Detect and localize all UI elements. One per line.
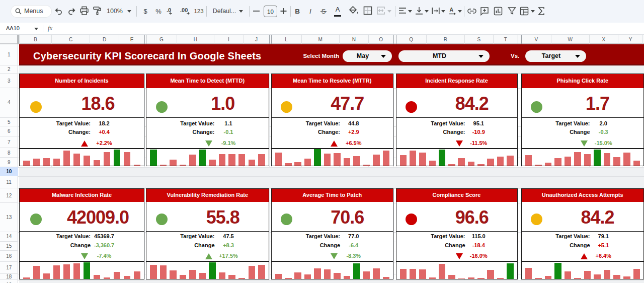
svg-text:A: A (450, 7, 454, 13)
svg-text:.00: .00 (180, 7, 188, 13)
svg-text:.0: .0 (167, 7, 171, 13)
